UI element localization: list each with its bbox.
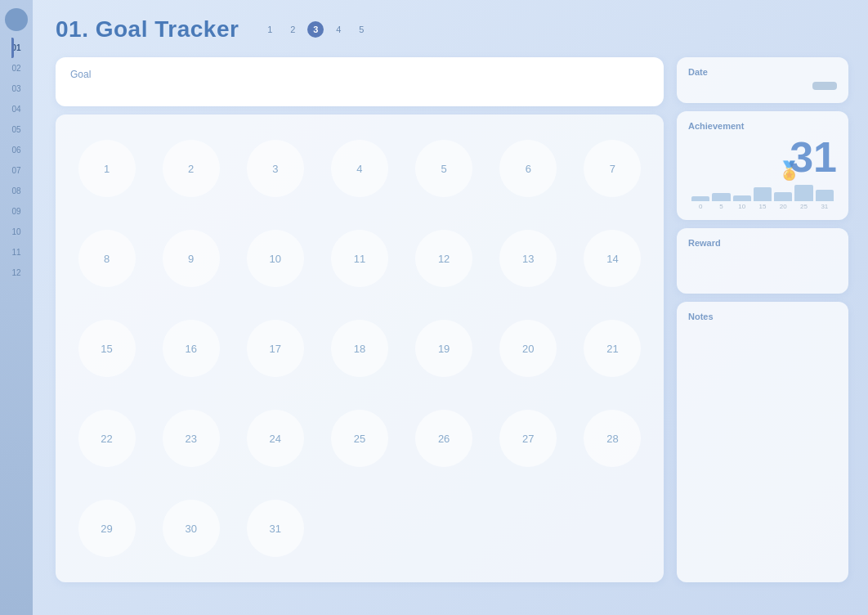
chart-label: 20 [774, 203, 792, 210]
sidebar-item-02[interactable]: 02 [11, 58, 20, 79]
calendar-cell-16[interactable]: 16 [163, 320, 220, 377]
date-card: Date [677, 57, 848, 103]
chart-bar [733, 195, 751, 201]
date-label: Date [688, 67, 837, 77]
calendar-cell-15[interactable]: 15 [78, 320, 136, 377]
calendar-cell-22[interactable]: 22 [78, 410, 136, 467]
chart-label: 31 [816, 203, 834, 210]
header: 01. Goal Tracker 12345 [56, 16, 848, 43]
calendar-cell-31[interactable]: 31 [247, 500, 304, 557]
sidebar-item-06[interactable]: 06 [11, 140, 20, 160]
calendar-cell-5[interactable]: 5 [415, 140, 472, 197]
calendar-cell-11[interactable]: 11 [331, 230, 388, 287]
goal-box: Goal [56, 57, 664, 106]
calendar-cell-30[interactable]: 30 [163, 500, 220, 557]
page-title: 01. Goal Tracker [56, 16, 239, 43]
sidebar-item-08[interactable]: 08 [11, 181, 20, 201]
reward-card: Reward [677, 228, 848, 294]
sidebar-item-11[interactable]: 11 [11, 242, 20, 263]
chart-label: 0 [691, 203, 709, 210]
achievement-card: Achievement 🏅 31 051015202531 [677, 111, 848, 220]
pagination: 12345 [262, 21, 369, 38]
calendar-cell-24[interactable]: 24 [247, 410, 304, 467]
avatar [5, 8, 28, 31]
calendar-cell-21[interactable]: 21 [584, 320, 641, 377]
left-panel: Goal 12345678910111213141516171819202122… [56, 57, 664, 582]
pagination-item-5[interactable]: 5 [353, 21, 369, 38]
calendar-cell-3[interactable]: 3 [247, 140, 304, 197]
mini-chart [688, 185, 837, 201]
main-content: 01. Goal Tracker 12345 Goal 123456789101… [33, 0, 868, 615]
reward-label: Reward [688, 238, 837, 248]
chart-bar [816, 190, 834, 201]
sidebar-item-05[interactable]: 05 [11, 119, 20, 140]
achievement-label: Achievement [688, 121, 837, 131]
calendar-cell-empty [499, 500, 557, 557]
calendar-cell-17[interactable]: 17 [247, 320, 304, 377]
calendar-cell-empty [331, 500, 388, 557]
sidebar-item-03[interactable]: 03 [11, 79, 20, 99]
calendar-cell-23[interactable]: 23 [163, 410, 220, 467]
calendar-cell-25[interactable]: 25 [331, 410, 388, 467]
calendar-cell-4[interactable]: 4 [331, 140, 388, 197]
chart-label: 10 [733, 203, 751, 210]
chart-label: 25 [794, 203, 812, 210]
chart-bar [754, 187, 772, 201]
calendar-cell-7[interactable]: 7 [584, 140, 641, 197]
chart-bar [774, 192, 792, 201]
pagination-item-1[interactable]: 1 [262, 21, 278, 38]
calendar-cell-14[interactable]: 14 [584, 230, 641, 287]
chart-bar [691, 196, 709, 201]
calendar-cell-29[interactable]: 29 [78, 500, 136, 557]
calendar-cell-19[interactable]: 19 [415, 320, 472, 377]
mini-chart-labels: 051015202531 [688, 201, 837, 210]
sidebar-item-01[interactable]: 01 [11, 38, 20, 58]
chart-label: 5 [712, 203, 730, 210]
calendar-box: 1234567891011121314151617181920212223242… [56, 114, 664, 582]
calendar-cell-26[interactable]: 26 [415, 410, 472, 467]
right-panel: Date Achievement 🏅 31 051015202531 Rewar… [677, 57, 848, 582]
pagination-item-2[interactable]: 2 [284, 21, 301, 38]
notes-label: Notes [688, 312, 837, 321]
calendar-cell-28[interactable]: 28 [584, 410, 641, 467]
calendar-grid: 1234567891011121314151617181920212223242… [67, 126, 652, 571]
content-row: Goal 12345678910111213141516171819202122… [56, 57, 848, 582]
calendar-cell-1[interactable]: 1 [78, 140, 136, 197]
chart-bar [712, 193, 730, 201]
calendar-cell-2[interactable]: 2 [163, 140, 220, 197]
calendar-cell-18[interactable]: 18 [331, 320, 388, 377]
sidebar-item-09[interactable]: 09 [11, 201, 20, 222]
calendar-cell-13[interactable]: 13 [499, 230, 557, 287]
calendar-cell-9[interactable]: 9 [163, 230, 220, 287]
goal-label: Goal [70, 69, 649, 80]
calendar-cell-20[interactable]: 20 [499, 320, 557, 377]
calendar-cell-empty [584, 500, 641, 557]
calendar-cell-12[interactable]: 12 [415, 230, 472, 287]
achievement-value: 31 [790, 136, 837, 178]
notes-card: Notes [677, 302, 848, 582]
sidebar-item-04[interactable]: 04 [11, 99, 20, 119]
calendar-cell-8[interactable]: 8 [78, 230, 136, 287]
sidebar-item-10[interactable]: 10 [11, 222, 20, 242]
calendar-cell-6[interactable]: 6 [499, 140, 557, 197]
sidebar-item-07[interactable]: 07 [11, 160, 20, 181]
date-indicator [812, 82, 837, 90]
calendar-cell-empty [415, 500, 472, 557]
chart-label: 15 [754, 203, 772, 210]
pagination-item-3[interactable]: 3 [307, 21, 324, 38]
calendar-cell-27[interactable]: 27 [499, 410, 557, 467]
chart-bar [794, 185, 812, 201]
pagination-item-4[interactable]: 4 [330, 21, 347, 38]
sidebar: 010203040506070809101112 [0, 0, 33, 615]
sidebar-item-12[interactable]: 12 [11, 263, 20, 283]
calendar-cell-10[interactable]: 10 [247, 230, 304, 287]
